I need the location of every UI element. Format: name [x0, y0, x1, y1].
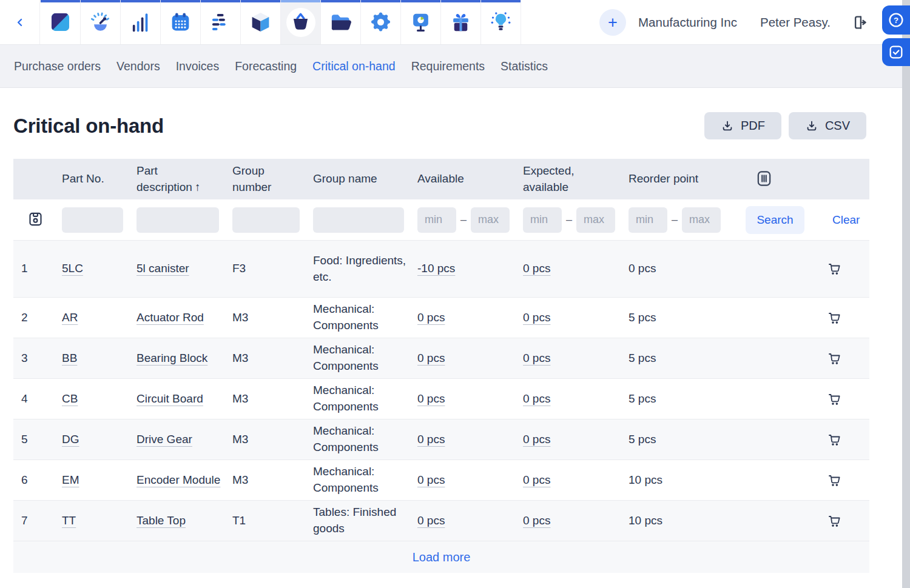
- search-button[interactable]: Search: [746, 206, 804, 234]
- help-icon: ?: [887, 11, 905, 29]
- reorder-point: 0 pcs: [629, 261, 746, 277]
- cart-icon: [827, 432, 842, 448]
- filter-reorder-min-input[interactable]: [629, 207, 667, 233]
- table-header-row: Part No. Part description↑ Group number …: [13, 159, 869, 199]
- app-dashboard-button[interactable]: [81, 0, 121, 44]
- add-to-cart-button[interactable]: [827, 261, 842, 277]
- header-group-name[interactable]: Group name: [313, 171, 417, 187]
- save-filter-button[interactable]: [27, 210, 44, 230]
- expected-link[interactable]: 0 pcs: [523, 433, 550, 446]
- available-link[interactable]: 0 pcs: [417, 392, 445, 405]
- tab-invoices[interactable]: Invoices: [176, 59, 220, 73]
- tab-statistics[interactable]: Statistics: [500, 59, 548, 73]
- description-link[interactable]: Drive Gear: [136, 433, 192, 446]
- tab-purchase-orders[interactable]: Purchase orders: [14, 59, 101, 73]
- description-link[interactable]: Actuator Rod: [136, 311, 204, 324]
- group-number: M3: [232, 432, 313, 448]
- row-number: 3: [13, 350, 62, 367]
- filter-part-description-input[interactable]: [136, 207, 219, 233]
- tasks-button[interactable]: [882, 38, 910, 66]
- app-presentation-button[interactable]: [401, 0, 441, 44]
- part-no-link[interactable]: CB: [62, 392, 78, 405]
- filter-group-name-input[interactable]: [313, 207, 404, 233]
- back-button[interactable]: [0, 0, 40, 44]
- reorder-point: 5 pcs: [629, 391, 746, 407]
- header-available[interactable]: Available: [417, 171, 523, 187]
- app-calendar-button[interactable]: [161, 0, 201, 44]
- add-to-cart-button[interactable]: [827, 310, 842, 326]
- description-link[interactable]: 5l canister: [136, 262, 189, 275]
- gauge-icon: [89, 11, 112, 33]
- part-no-link[interactable]: TT: [62, 514, 76, 527]
- available-link[interactable]: -10 pcs: [417, 262, 455, 275]
- filter-available-min-input[interactable]: [417, 207, 456, 233]
- header-part-description[interactable]: Part description↑: [136, 163, 232, 196]
- company-name[interactable]: Manufacturing Inc: [638, 0, 737, 44]
- tab-forecasting[interactable]: Forecasting: [235, 59, 297, 73]
- available-link[interactable]: 0 pcs: [417, 473, 445, 486]
- header-part-no[interactable]: Part No.: [62, 171, 136, 187]
- available-link[interactable]: 0 pcs: [417, 433, 445, 446]
- expected-link[interactable]: 0 pcs: [523, 392, 550, 405]
- clear-button[interactable]: Clear: [832, 213, 860, 227]
- app-inventory-button[interactable]: [241, 0, 281, 44]
- logout-button[interactable]: [849, 12, 870, 33]
- export-csv-button[interactable]: CSV: [789, 112, 866, 139]
- app-logo-button[interactable]: [41, 0, 81, 44]
- add-to-cart-button[interactable]: [827, 391, 842, 407]
- expected-link[interactable]: 0 pcs: [523, 514, 550, 527]
- filter-group-number-input[interactable]: [232, 207, 300, 233]
- expected-link[interactable]: 0 pcs: [523, 311, 550, 324]
- column-settings-button[interactable]: [755, 169, 773, 190]
- add-to-cart-button[interactable]: [827, 432, 842, 448]
- add-to-cart-button[interactable]: [827, 472, 842, 489]
- table-row: 2 AR Actuator Rod M3 Mechanical: Compone…: [13, 298, 869, 338]
- tab-critical-on-hand[interactable]: Critical on-hand: [312, 59, 396, 73]
- help-button[interactable]: ?: [882, 5, 910, 35]
- tab-vendors[interactable]: Vendors: [116, 59, 160, 73]
- app-basket-button[interactable]: [281, 0, 321, 44]
- app-planning-button[interactable]: [201, 0, 241, 44]
- add-button[interactable]: +: [599, 9, 626, 36]
- load-more-button[interactable]: Load more: [413, 550, 471, 564]
- table-footer: Load more: [13, 541, 869, 573]
- gantt-icon: [209, 11, 232, 33]
- cart-icon: [827, 310, 842, 326]
- user-name[interactable]: Peter Peasy.: [760, 0, 831, 44]
- part-no-link[interactable]: 5LC: [62, 262, 83, 275]
- add-to-cart-button[interactable]: [827, 350, 842, 367]
- header-expected[interactable]: Expected, available: [523, 163, 629, 196]
- header-group-number[interactable]: Group number: [232, 163, 313, 196]
- expected-link[interactable]: 0 pcs: [523, 473, 550, 486]
- columns-icon: [755, 169, 773, 188]
- description-link[interactable]: Table Top: [136, 514, 186, 527]
- description-link[interactable]: Bearing Block: [136, 352, 207, 364]
- app-documents-button[interactable]: [321, 0, 361, 44]
- part-no-link[interactable]: BB: [62, 352, 77, 364]
- filter-part-no-input[interactable]: [62, 207, 123, 233]
- description-link[interactable]: Encoder Module: [136, 473, 220, 486]
- add-to-cart-button[interactable]: [827, 513, 842, 529]
- available-link[interactable]: 0 pcs: [417, 514, 445, 527]
- filter-expected-min-input[interactable]: [523, 207, 562, 233]
- part-no-link[interactable]: AR: [62, 311, 78, 324]
- group-name: Mechanical: Components: [313, 464, 417, 496]
- scrollbar[interactable]: [902, 0, 910, 588]
- expected-link[interactable]: 0 pcs: [523, 352, 550, 364]
- app-statistics-button[interactable]: [121, 0, 161, 44]
- expected-link[interactable]: 0 pcs: [523, 262, 550, 275]
- description-link[interactable]: Circuit Board: [136, 392, 203, 405]
- filter-available-max-input[interactable]: [471, 207, 510, 233]
- tab-requirements[interactable]: Requirements: [411, 59, 485, 73]
- part-no-link[interactable]: EM: [62, 473, 79, 486]
- app-settings-button[interactable]: [361, 0, 401, 44]
- filter-expected-max-input[interactable]: [576, 207, 615, 233]
- app-ideas-button[interactable]: [481, 0, 521, 44]
- available-link[interactable]: 0 pcs: [417, 352, 445, 364]
- export-pdf-button[interactable]: PDF: [704, 112, 781, 139]
- part-no-link[interactable]: DG: [62, 433, 79, 446]
- app-rewards-button[interactable]: [441, 0, 481, 44]
- available-link[interactable]: 0 pcs: [417, 311, 445, 324]
- filter-reorder-max-input[interactable]: [682, 207, 721, 233]
- header-reorder-point[interactable]: Reorder point: [629, 171, 746, 187]
